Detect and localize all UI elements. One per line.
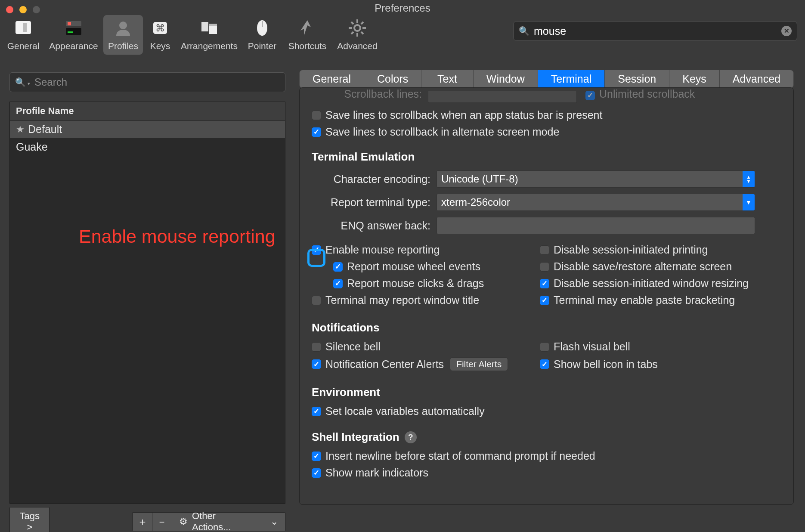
save-status-bar-checkbox[interactable] [312,111,321,120]
tab-window[interactable]: Window [474,70,538,88]
other-actions-button[interactable]: ⚙ Other Actions... ⌄ [172,512,285,531]
general-icon [13,18,34,38]
save-alt-screen-checkbox[interactable] [312,127,321,137]
disable-printing-checkbox[interactable] [540,245,549,255]
tab-colors[interactable]: Colors [364,70,421,88]
report-type-combobox[interactable]: xterm-256color ▼ [437,194,755,211]
search-icon: 🔍▾ [15,77,30,87]
content-area: General Colors Text Window Terminal Sess… [295,60,805,532]
tab-session[interactable]: Session [605,70,669,88]
svg-rect-5 [68,31,73,33]
profile-row-label: Default [28,123,62,136]
show-mark-checkbox[interactable] [312,468,321,478]
section-environment: Environment [312,386,781,399]
toolbar-general[interactable]: General [3,15,44,55]
nc-alerts-label: Notification Center Alerts [325,358,444,371]
profile-row-default[interactable]: ★ Default [10,121,285,138]
gear-icon: ⚙ [179,516,188,527]
search-icon: 🔍 [519,26,529,36]
tab-keys[interactable]: Keys [669,70,720,88]
paste-bracket-label: Terminal may enable paste bracketing [554,294,735,306]
advanced-icon [347,18,368,38]
profiles-icon [113,18,133,38]
arrangements-icon [199,18,220,38]
remove-profile-button[interactable]: － [152,512,172,531]
report-type-label: Report terminal type: [312,196,437,209]
pointer-icon [252,18,272,38]
nc-alerts-checkbox[interactable] [312,359,321,369]
scrollback-field-cut[interactable] [428,91,577,103]
chevron-down-icon: ▼ [743,194,755,210]
profiles-sidebar: 🔍▾ Profile Name ★ Default Guake Enable m… [0,60,295,532]
scrollback-label-cut: Scrollback lines: [312,88,428,100]
svg-text:⌘: ⌘ [155,23,165,34]
tags-button[interactable]: Tags > [9,507,50,532]
show-bell-icon-checkbox[interactable] [540,359,549,369]
profile-table: Profile Name ★ Default Guake Enable mous… [9,102,285,504]
add-profile-button[interactable]: ＋ [132,512,152,531]
window-minimize-button[interactable] [19,6,27,13]
profile-row-label: Guake [16,141,48,153]
toolbar-profiles[interactable]: Profiles [103,15,143,55]
toolbar-shortcuts[interactable]: Shortcuts [283,15,331,55]
select-arrows-icon: ▲▼ [743,171,755,187]
svg-point-6 [119,22,127,29]
chevron-down-icon: ⌄ [270,516,278,527]
tab-general[interactable]: General [300,70,364,88]
report-clicks-checkbox[interactable] [333,279,343,288]
toolbar-search-field[interactable]: 🔍 ✕ [513,21,797,41]
report-clicks-label: Report mouse clicks & drags [347,277,484,290]
svg-line-20 [361,32,363,34]
appearance-icon [63,18,84,38]
svg-rect-1 [23,23,27,32]
filter-alerts-button[interactable]: Filter Alerts [450,357,508,371]
enq-label: ENQ answer back: [312,220,437,232]
char-encoding-label: Character encoding: [312,173,437,186]
unlimited-scrollback-checkbox-cut[interactable] [585,91,595,100]
flash-bell-label: Flash visual bell [554,340,630,353]
toolbar-search-input[interactable] [534,25,777,37]
titlebar: Preferences [0,0,805,11]
toolbar-pointer[interactable]: Pointer [243,15,282,55]
clear-search-button[interactable]: ✕ [781,26,792,36]
report-wheel-checkbox[interactable] [333,262,343,272]
paste-bracket-checkbox[interactable] [540,296,549,305]
enable-mouse-checkbox[interactable] [312,245,321,255]
flash-bell-checkbox[interactable] [540,342,549,352]
tab-text[interactable]: Text [421,70,474,88]
report-wheel-label: Report mouse wheel events [347,260,480,273]
window-zoom-button[interactable] [33,6,40,13]
toolbar-arrangements[interactable]: Arrangements [177,15,241,55]
set-locale-checkbox[interactable] [312,407,321,416]
preferences-toolbar: General Appearance Profiles ⌘ Keys [0,11,805,60]
profile-tabs: General Colors Text Window Terminal Sess… [299,70,794,88]
show-bell-icon-label: Show bell icon in tabs [554,358,658,371]
toolbar-advanced[interactable]: Advanced [333,15,381,55]
toolbar-keys[interactable]: ⌘ Keys [145,15,176,55]
star-icon: ★ [16,124,25,135]
window-close-button[interactable] [6,6,13,13]
settings-panel[interactable]: Scrollback lines: Unlimited scrollback S… [299,87,794,505]
disable-save-restore-checkbox[interactable] [540,262,549,272]
toolbar-appearance[interactable]: Appearance [46,15,102,55]
disable-printing-label: Disable session-initiated printing [554,244,708,256]
svg-rect-9 [201,22,208,31]
char-encoding-select[interactable]: Unicode (UTF-8) ▲▼ [437,170,755,188]
insert-newline-checkbox[interactable] [312,452,321,461]
unlimited-scrollback-label-cut: Unlimited scrollback [599,88,695,100]
show-mark-label: Show mark indicators [325,467,428,479]
help-button[interactable]: ? [405,431,417,443]
profile-table-header[interactable]: Profile Name [10,102,285,121]
disable-resize-checkbox[interactable] [540,279,549,288]
profile-search-input[interactable] [34,76,280,88]
tab-advanced[interactable]: Advanced [720,70,793,88]
tab-terminal[interactable]: Terminal [538,70,605,88]
enq-input[interactable] [437,217,755,234]
section-shell-integration: Shell Integration? [312,430,781,444]
report-title-checkbox[interactable] [312,296,321,305]
profile-search-field[interactable]: 🔍▾ [9,72,285,92]
svg-point-14 [354,25,360,31]
profile-row-guake[interactable]: Guake [10,138,285,156]
set-locale-label: Set locale variables automatically [325,405,485,418]
silence-bell-checkbox[interactable] [312,342,321,352]
